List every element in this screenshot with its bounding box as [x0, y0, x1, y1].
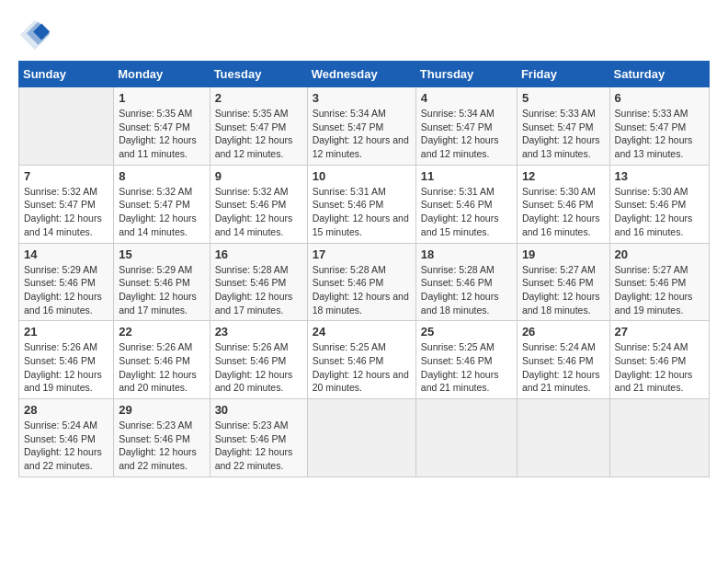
calendar-body: 1Sunrise: 5:35 AMSunset: 5:47 PMDaylight… [19, 87, 710, 477]
day-number: 28 [24, 403, 108, 417]
calendar-cell: 6Sunrise: 5:33 AMSunset: 5:47 PMDaylight… [609, 87, 709, 166]
calendar-table: SundayMondayTuesdayWednesdayThursdayFrid… [18, 61, 710, 477]
day-info: Sunrise: 5:31 AMSunset: 5:46 PMDaylight:… [313, 185, 411, 239]
day-info: Sunrise: 5:26 AMSunset: 5:46 PMDaylight:… [215, 340, 302, 395]
day-number: 11 [421, 169, 512, 183]
day-info: Sunrise: 5:29 AMSunset: 5:46 PMDaylight:… [24, 263, 108, 317]
calendar-week-5: 28Sunrise: 5:24 AMSunset: 5:46 PMDayligh… [19, 399, 710, 477]
calendar-cell: 4Sunrise: 5:34 AMSunset: 5:47 PMDaylight… [415, 87, 517, 166]
calendar-cell: 26Sunrise: 5:24 AMSunset: 5:46 PMDayligh… [517, 321, 609, 399]
logo-icon [18, 18, 51, 52]
day-info: Sunrise: 5:32 AMSunset: 5:47 PMDaylight:… [24, 185, 108, 239]
calendar-cell: 17Sunrise: 5:28 AMSunset: 5:46 PMDayligh… [307, 243, 415, 321]
day-number: 9 [215, 169, 302, 183]
calendar-cell: 18Sunrise: 5:28 AMSunset: 5:46 PMDayligh… [415, 243, 517, 321]
day-number: 2 [215, 91, 302, 105]
header-row: SundayMondayTuesdayWednesdayThursdayFrid… [19, 62, 710, 87]
day-info: Sunrise: 5:26 AMSunset: 5:46 PMDaylight:… [119, 340, 204, 395]
day-info: Sunrise: 5:28 AMSunset: 5:46 PMDaylight:… [421, 263, 512, 317]
column-header-sunday: Sunday [19, 62, 114, 87]
calendar-cell [609, 399, 709, 477]
calendar-cell [517, 399, 609, 477]
column-header-friday: Friday [517, 62, 609, 87]
day-info: Sunrise: 5:31 AMSunset: 5:46 PMDaylight:… [421, 185, 512, 239]
day-number: 21 [24, 325, 108, 339]
day-info: Sunrise: 5:25 AMSunset: 5:46 PMDaylight:… [313, 340, 411, 395]
calendar-cell: 23Sunrise: 5:26 AMSunset: 5:46 PMDayligh… [210, 321, 307, 399]
day-info: Sunrise: 5:30 AMSunset: 5:46 PMDaylight:… [522, 185, 605, 239]
day-number: 22 [119, 325, 204, 339]
day-number: 18 [421, 247, 512, 261]
day-info: Sunrise: 5:34 AMSunset: 5:47 PMDaylight:… [313, 107, 411, 161]
calendar-cell: 29Sunrise: 5:23 AMSunset: 5:46 PMDayligh… [114, 399, 210, 477]
day-number: 26 [522, 325, 605, 339]
calendar-cell: 7Sunrise: 5:32 AMSunset: 5:47 PMDaylight… [19, 165, 114, 243]
calendar-cell: 30Sunrise: 5:23 AMSunset: 5:46 PMDayligh… [210, 399, 307, 477]
day-number: 16 [215, 247, 302, 261]
calendar-cell: 11Sunrise: 5:31 AMSunset: 5:46 PMDayligh… [415, 165, 517, 243]
day-info: Sunrise: 5:33 AMSunset: 5:47 PMDaylight:… [522, 107, 605, 161]
calendar-cell: 25Sunrise: 5:25 AMSunset: 5:46 PMDayligh… [415, 321, 517, 399]
day-info: Sunrise: 5:23 AMSunset: 5:46 PMDaylight:… [215, 419, 302, 473]
day-info: Sunrise: 5:24 AMSunset: 5:46 PMDaylight:… [522, 340, 605, 395]
calendar-cell: 2Sunrise: 5:35 AMSunset: 5:47 PMDaylight… [210, 87, 307, 166]
calendar-cell: 20Sunrise: 5:27 AMSunset: 5:46 PMDayligh… [609, 243, 709, 321]
day-number: 19 [522, 247, 605, 261]
day-number: 30 [215, 403, 302, 417]
day-number: 7 [24, 169, 108, 183]
day-number: 15 [119, 247, 204, 261]
day-info: Sunrise: 5:35 AMSunset: 5:47 PMDaylight:… [215, 107, 302, 161]
day-info: Sunrise: 5:28 AMSunset: 5:46 PMDaylight:… [313, 263, 411, 317]
day-info: Sunrise: 5:30 AMSunset: 5:46 PMDaylight:… [615, 185, 704, 239]
calendar-week-2: 7Sunrise: 5:32 AMSunset: 5:47 PMDaylight… [19, 165, 710, 243]
calendar-cell: 24Sunrise: 5:25 AMSunset: 5:46 PMDayligh… [307, 321, 415, 399]
day-info: Sunrise: 5:26 AMSunset: 5:46 PMDaylight:… [24, 340, 108, 395]
day-number: 14 [24, 247, 108, 261]
day-number: 10 [313, 169, 411, 183]
calendar-cell: 3Sunrise: 5:34 AMSunset: 5:47 PMDaylight… [307, 87, 415, 166]
calendar-cell: 16Sunrise: 5:28 AMSunset: 5:46 PMDayligh… [210, 243, 307, 321]
calendar-cell: 21Sunrise: 5:26 AMSunset: 5:46 PMDayligh… [19, 321, 114, 399]
day-info: Sunrise: 5:32 AMSunset: 5:46 PMDaylight:… [215, 185, 302, 239]
calendar-week-4: 21Sunrise: 5:26 AMSunset: 5:46 PMDayligh… [19, 321, 710, 399]
day-info: Sunrise: 5:24 AMSunset: 5:46 PMDaylight:… [24, 419, 108, 473]
day-info: Sunrise: 5:24 AMSunset: 5:46 PMDaylight:… [615, 340, 704, 395]
calendar-cell [307, 399, 415, 477]
calendar-cell: 1Sunrise: 5:35 AMSunset: 5:47 PMDaylight… [114, 87, 210, 166]
calendar-cell: 22Sunrise: 5:26 AMSunset: 5:46 PMDayligh… [114, 321, 210, 399]
column-header-thursday: Thursday [415, 62, 517, 87]
day-number: 5 [522, 91, 605, 105]
calendar-cell: 10Sunrise: 5:31 AMSunset: 5:46 PMDayligh… [307, 165, 415, 243]
calendar-cell [415, 399, 517, 477]
day-number: 23 [215, 325, 302, 339]
day-info: Sunrise: 5:32 AMSunset: 5:47 PMDaylight:… [119, 185, 204, 239]
day-info: Sunrise: 5:23 AMSunset: 5:46 PMDaylight:… [119, 419, 204, 473]
calendar-cell: 19Sunrise: 5:27 AMSunset: 5:46 PMDayligh… [517, 243, 609, 321]
calendar-cell: 27Sunrise: 5:24 AMSunset: 5:46 PMDayligh… [609, 321, 709, 399]
calendar-cell: 8Sunrise: 5:32 AMSunset: 5:47 PMDaylight… [114, 165, 210, 243]
day-number: 4 [421, 91, 512, 105]
day-number: 29 [119, 403, 204, 417]
day-info: Sunrise: 5:34 AMSunset: 5:47 PMDaylight:… [421, 107, 512, 161]
column-header-tuesday: Tuesday [210, 62, 307, 87]
day-number: 1 [119, 91, 204, 105]
day-number: 25 [421, 325, 512, 339]
day-info: Sunrise: 5:25 AMSunset: 5:46 PMDaylight:… [421, 340, 512, 395]
day-number: 24 [313, 325, 411, 339]
day-info: Sunrise: 5:27 AMSunset: 5:46 PMDaylight:… [615, 263, 704, 317]
day-number: 20 [615, 247, 704, 261]
day-number: 12 [522, 169, 605, 183]
calendar-cell: 28Sunrise: 5:24 AMSunset: 5:46 PMDayligh… [19, 399, 114, 477]
calendar-week-1: 1Sunrise: 5:35 AMSunset: 5:47 PMDaylight… [19, 87, 710, 166]
day-number: 8 [119, 169, 204, 183]
calendar-cell: 12Sunrise: 5:30 AMSunset: 5:46 PMDayligh… [517, 165, 609, 243]
day-number: 13 [615, 169, 704, 183]
logo [18, 18, 55, 52]
day-info: Sunrise: 5:29 AMSunset: 5:46 PMDaylight:… [119, 263, 204, 317]
day-number: 17 [313, 247, 411, 261]
day-info: Sunrise: 5:27 AMSunset: 5:46 PMDaylight:… [522, 263, 605, 317]
day-info: Sunrise: 5:33 AMSunset: 5:47 PMDaylight:… [615, 107, 704, 161]
day-number: 3 [313, 91, 411, 105]
column-header-saturday: Saturday [609, 62, 709, 87]
column-header-wednesday: Wednesday [307, 62, 415, 87]
